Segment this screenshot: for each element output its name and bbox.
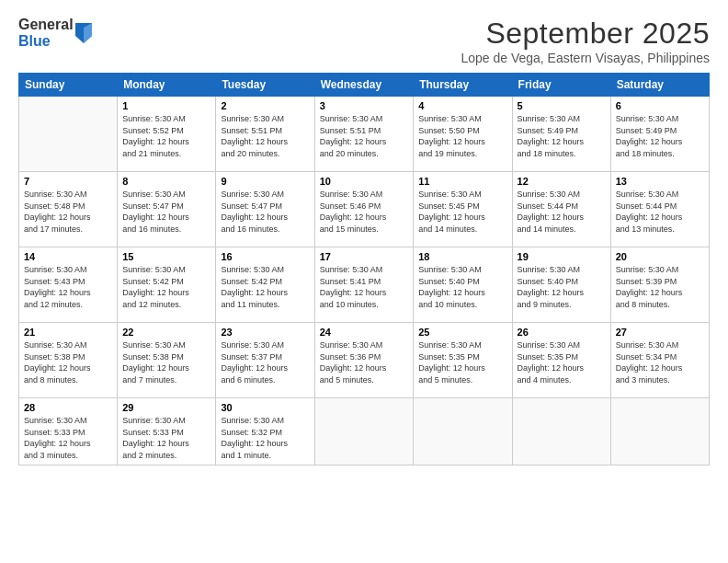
table-row — [19, 97, 118, 172]
day-number: 20 — [616, 251, 704, 262]
table-row: 2Sunrise: 5:30 AM Sunset: 5:51 PM Daylig… — [216, 97, 314, 172]
day-info: Sunrise: 5:30 AM Sunset: 5:47 PM Dayligh… — [122, 189, 210, 235]
day-number: 4 — [418, 100, 506, 111]
logo-icon — [75, 23, 92, 43]
day-number: 10 — [320, 176, 409, 187]
day-number: 14 — [24, 251, 112, 262]
table-row: 20Sunrise: 5:30 AM Sunset: 5:39 PM Dayli… — [610, 247, 709, 323]
col-monday: Monday — [118, 74, 216, 97]
day-number: 26 — [518, 327, 606, 338]
calendar-week-row: 28Sunrise: 5:30 AM Sunset: 5:33 PM Dayli… — [19, 398, 710, 465]
calendar-week-row: 7Sunrise: 5:30 AM Sunset: 5:48 PM Daylig… — [19, 172, 710, 247]
col-saturday: Saturday — [610, 74, 709, 97]
logo: General Blue — [18, 17, 92, 49]
table-row: 8Sunrise: 5:30 AM Sunset: 5:47 PM Daylig… — [118, 172, 216, 247]
day-info: Sunrise: 5:30 AM Sunset: 5:35 PM Dayligh… — [518, 339, 606, 385]
day-info: Sunrise: 5:30 AM Sunset: 5:49 PM Dayligh… — [518, 113, 606, 159]
day-number: 12 — [518, 176, 606, 187]
header: General Blue September 2025 Lope de Vega… — [18, 17, 710, 65]
day-info: Sunrise: 5:30 AM Sunset: 5:34 PM Dayligh… — [616, 339, 704, 385]
table-row: 11Sunrise: 5:30 AM Sunset: 5:45 PM Dayli… — [414, 172, 512, 247]
day-number: 15 — [122, 251, 210, 262]
day-number: 16 — [221, 251, 309, 262]
table-row: 7Sunrise: 5:30 AM Sunset: 5:48 PM Daylig… — [19, 172, 118, 247]
day-info: Sunrise: 5:30 AM Sunset: 5:38 PM Dayligh… — [122, 339, 210, 385]
day-number: 25 — [418, 327, 506, 338]
day-info: Sunrise: 5:30 AM Sunset: 5:44 PM Dayligh… — [518, 189, 606, 235]
table-row: 27Sunrise: 5:30 AM Sunset: 5:34 PM Dayli… — [610, 323, 709, 398]
day-number: 8 — [122, 176, 210, 187]
day-number: 1 — [122, 100, 210, 111]
day-info: Sunrise: 5:30 AM Sunset: 5:45 PM Dayligh… — [418, 189, 506, 235]
table-row: 16Sunrise: 5:30 AM Sunset: 5:42 PM Dayli… — [216, 247, 314, 323]
day-number: 19 — [518, 251, 606, 262]
day-info: Sunrise: 5:30 AM Sunset: 5:36 PM Dayligh… — [320, 339, 409, 385]
table-row: 6Sunrise: 5:30 AM Sunset: 5:49 PM Daylig… — [610, 97, 709, 172]
title-block: September 2025 Lope de Vega, Eastern Vis… — [461, 17, 710, 65]
table-row: 21Sunrise: 5:30 AM Sunset: 5:38 PM Dayli… — [19, 323, 118, 398]
table-row: 24Sunrise: 5:30 AM Sunset: 5:36 PM Dayli… — [314, 323, 414, 398]
day-number: 23 — [221, 327, 309, 338]
day-info: Sunrise: 5:30 AM Sunset: 5:51 PM Dayligh… — [320, 113, 409, 159]
table-row: 22Sunrise: 5:30 AM Sunset: 5:38 PM Dayli… — [118, 323, 216, 398]
calendar-header-row: Sunday Monday Tuesday Wednesday Thursday… — [19, 74, 710, 97]
day-number: 18 — [418, 251, 506, 262]
day-number: 13 — [616, 176, 704, 187]
table-row: 30Sunrise: 5:30 AM Sunset: 5:32 PM Dayli… — [216, 398, 314, 465]
day-number: 2 — [221, 100, 309, 111]
table-row: 13Sunrise: 5:30 AM Sunset: 5:44 PM Dayli… — [610, 172, 709, 247]
day-number: 21 — [24, 327, 112, 338]
day-number: 27 — [616, 327, 704, 338]
day-info: Sunrise: 5:30 AM Sunset: 5:48 PM Dayligh… — [24, 189, 112, 235]
table-row: 12Sunrise: 5:30 AM Sunset: 5:44 PM Dayli… — [512, 172, 610, 247]
table-row: 15Sunrise: 5:30 AM Sunset: 5:42 PM Dayli… — [118, 247, 216, 323]
table-row: 23Sunrise: 5:30 AM Sunset: 5:37 PM Dayli… — [216, 323, 314, 398]
day-info: Sunrise: 5:30 AM Sunset: 5:32 PM Dayligh… — [221, 415, 309, 461]
table-row: 1Sunrise: 5:30 AM Sunset: 5:52 PM Daylig… — [118, 97, 216, 172]
day-info: Sunrise: 5:30 AM Sunset: 5:43 PM Dayligh… — [24, 264, 112, 310]
day-number: 29 — [122, 402, 210, 413]
table-row: 9Sunrise: 5:30 AM Sunset: 5:47 PM Daylig… — [216, 172, 314, 247]
table-row: 28Sunrise: 5:30 AM Sunset: 5:33 PM Dayli… — [19, 398, 118, 465]
main-title: September 2025 — [461, 17, 710, 51]
col-wednesday: Wednesday — [314, 74, 414, 97]
table-row: 14Sunrise: 5:30 AM Sunset: 5:43 PM Dayli… — [19, 247, 118, 323]
table-row: 26Sunrise: 5:30 AM Sunset: 5:35 PM Dayli… — [512, 323, 610, 398]
col-tuesday: Tuesday — [216, 74, 314, 97]
col-thursday: Thursday — [414, 74, 512, 97]
day-number: 30 — [221, 402, 309, 413]
subtitle: Lope de Vega, Eastern Visayas, Philippin… — [461, 51, 710, 65]
calendar-week-row: 14Sunrise: 5:30 AM Sunset: 5:43 PM Dayli… — [19, 247, 710, 323]
day-info: Sunrise: 5:30 AM Sunset: 5:50 PM Dayligh… — [418, 113, 506, 159]
table-row: 29Sunrise: 5:30 AM Sunset: 5:33 PM Dayli… — [118, 398, 216, 465]
day-number: 9 — [221, 176, 309, 187]
table-row: 17Sunrise: 5:30 AM Sunset: 5:41 PM Dayli… — [314, 247, 414, 323]
day-info: Sunrise: 5:30 AM Sunset: 5:49 PM Dayligh… — [616, 113, 704, 159]
table-row — [512, 398, 610, 465]
day-number: 24 — [320, 327, 409, 338]
col-friday: Friday — [512, 74, 610, 97]
day-info: Sunrise: 5:30 AM Sunset: 5:40 PM Dayligh… — [518, 264, 606, 310]
day-info: Sunrise: 5:30 AM Sunset: 5:51 PM Dayligh… — [221, 113, 309, 159]
table-row: 18Sunrise: 5:30 AM Sunset: 5:40 PM Dayli… — [414, 247, 512, 323]
day-number: 17 — [320, 251, 409, 262]
day-number: 28 — [24, 402, 112, 413]
day-info: Sunrise: 5:30 AM Sunset: 5:41 PM Dayligh… — [320, 264, 409, 310]
logo-general-text: General — [18, 17, 74, 33]
table-row — [610, 398, 709, 465]
logo-blue-text: Blue — [18, 33, 74, 50]
day-info: Sunrise: 5:30 AM Sunset: 5:47 PM Dayligh… — [221, 189, 309, 235]
table-row: 3Sunrise: 5:30 AM Sunset: 5:51 PM Daylig… — [314, 97, 414, 172]
table-row: 4Sunrise: 5:30 AM Sunset: 5:50 PM Daylig… — [414, 97, 512, 172]
table-row: 25Sunrise: 5:30 AM Sunset: 5:35 PM Dayli… — [414, 323, 512, 398]
day-info: Sunrise: 5:30 AM Sunset: 5:52 PM Dayligh… — [122, 113, 210, 159]
day-info: Sunrise: 5:30 AM Sunset: 5:42 PM Dayligh… — [221, 264, 309, 310]
day-info: Sunrise: 5:30 AM Sunset: 5:38 PM Dayligh… — [24, 339, 112, 385]
day-info: Sunrise: 5:30 AM Sunset: 5:35 PM Dayligh… — [418, 339, 506, 385]
day-number: 6 — [616, 100, 704, 111]
table-row — [314, 398, 414, 465]
day-info: Sunrise: 5:30 AM Sunset: 5:44 PM Dayligh… — [616, 189, 704, 235]
day-number: 5 — [518, 100, 606, 111]
day-number: 3 — [320, 100, 409, 111]
day-info: Sunrise: 5:30 AM Sunset: 5:39 PM Dayligh… — [616, 264, 704, 310]
